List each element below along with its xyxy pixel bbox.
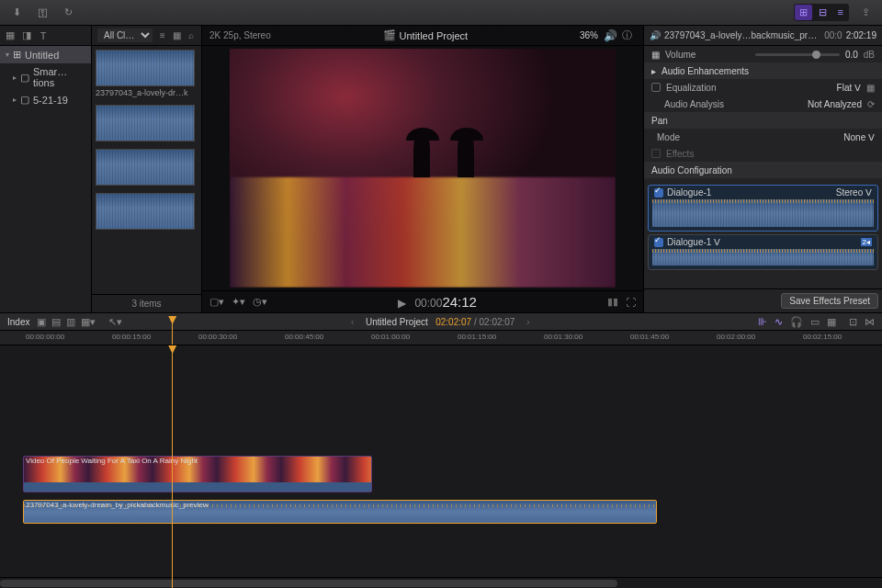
browser-header: All Cl… ≡ ▦ ⌕ — [92, 26, 201, 46]
dialogue-type-select[interactable]: Stereo ᐯ — [836, 187, 872, 198]
folder-icon: ▢ — [20, 72, 29, 84]
lib-icon-clips[interactable]: ▦ — [4, 28, 17, 44]
waveform-thumb — [96, 193, 195, 230]
tab-browser[interactable]: ⊞ — [795, 5, 812, 20]
fullscreen-icon[interactable]: ⛶ — [626, 297, 636, 308]
dialogue-name: Dialogue-1 ᐯ — [667, 237, 857, 247]
workspace: ▦ ◨ T ▾ ⊞ Untitled ▸ ▢ Smar…tions ▸ ▢ 5-… — [0, 26, 882, 312]
tl-audio-icon[interactable]: 🎧 — [790, 316, 803, 328]
next-icon[interactable]: › — [526, 317, 529, 327]
chevron-right-icon: ▸ — [13, 96, 17, 104]
timeline-ruler[interactable]: 00:00:00:0000:00:15:0000:00:30:0000:00:4… — [0, 331, 882, 345]
share-button[interactable]: ⇪ — [856, 5, 875, 21]
timeline-body[interactable]: Video Of People Waiting For A Taxi On A … — [0, 345, 882, 588]
volume-slider[interactable] — [755, 53, 840, 56]
index-button[interactable]: Index — [7, 317, 29, 327]
refresh-button[interactable]: ↻ — [59, 5, 77, 21]
tl-view-4[interactable]: ▦▾ — [81, 316, 96, 328]
zoom-level[interactable]: 36% — [580, 30, 598, 40]
timeline-scrollbar[interactable] — [0, 577, 882, 588]
transform-menu[interactable]: ✦▾ — [232, 296, 245, 308]
eq-editor-icon[interactable]: ▦ — [866, 83, 875, 93]
format-label: 2K 25p, Stereo — [209, 30, 271, 40]
lib-label: Untitled — [25, 50, 59, 61]
prev-icon[interactable]: ‹ — [351, 317, 354, 327]
lib-icon-media[interactable]: ◨ — [20, 28, 33, 44]
tab-inspector-mode[interactable]: ≡ — [833, 5, 848, 20]
playhead-line[interactable] — [172, 345, 173, 588]
viewer-canvas-wrap — [202, 46, 643, 290]
audio-clip[interactable]: 23797043_a-lovely-dream_by_pickabackmusi… — [23, 500, 657, 524]
ruler-tick: 00:01:00:00 — [371, 333, 410, 341]
folder-icon: ▢ — [20, 94, 29, 106]
lib-label: Smar…tions — [33, 66, 85, 88]
analysis-refresh-icon[interactable]: ⟳ — [867, 99, 875, 109]
volume-row: ▦ Volume 0.0 dB — [644, 46, 882, 62]
retime-menu[interactable]: ◷▾ — [253, 296, 267, 308]
viewer-settings-icon[interactable]: ⓘ — [617, 28, 636, 44]
skimmer-icon[interactable]: ▮▮ — [607, 296, 618, 308]
lib-item-date[interactable]: ▸ ▢ 5-21-19 — [0, 91, 91, 108]
dialogue-checkbox[interactable] — [654, 238, 663, 247]
dialogue-waveform — [652, 199, 874, 227]
tl-skim-icon[interactable]: ∿ — [775, 316, 783, 328]
tl-snap-icon[interactable]: ⊪ — [758, 316, 767, 328]
eq-row: Equalization Flat ᐯ ▦ — [644, 79, 882, 96]
clip-thumbnail[interactable] — [96, 105, 198, 141]
tl-view-2[interactable]: ▤ — [51, 316, 61, 328]
viewer-title: Untitled Project — [400, 30, 469, 41]
volume-icon[interactable]: 🔊 — [604, 29, 617, 42]
search-icon[interactable]: ⌕ — [187, 28, 196, 44]
clip-thumbnail[interactable] — [96, 149, 198, 186]
waveform-thumb — [96, 105, 195, 141]
lib-item-untitled[interactable]: ▾ ⊞ Untitled — [0, 46, 91, 63]
umbrella — [450, 128, 483, 141]
enhance-header[interactable]: ▸ Audio Enhancements — [644, 62, 882, 79]
keyword-button[interactable]: ⚿ — [33, 5, 51, 21]
tl-tool-2[interactable]: ⋈ — [865, 316, 875, 328]
view-menu[interactable]: ▢▾ — [209, 296, 224, 308]
playhead[interactable] — [172, 316, 173, 345]
viewer-header: 2K 25p, Stereo 🎬 Untitled Project 36% 🔊 … — [202, 26, 643, 46]
lib-icon-titles[interactable]: T — [37, 28, 50, 44]
viewer-footer: ▢▾ ✦▾ ◷▾ ▶ 00:0024:12 ▮▮ ⛶ — [202, 290, 643, 312]
clip-thumbnail[interactable]: 23797043_a-lovely-dr…k — [96, 50, 198, 97]
timeline-title-area: ‹ Untitled Project 02:02:07 / 02:02:07 › — [130, 317, 751, 327]
timeline-header: Index ▣ ▤ ▥ ▦▾ ↖▾ ‹ Untitled Project 02:… — [0, 312, 882, 331]
audio-tab-icon[interactable]: 🔊 — [650, 30, 661, 40]
tl-tool-1[interactable]: ⊡ — [849, 316, 857, 328]
eq-value[interactable]: Flat ᐯ — [837, 83, 861, 93]
play-icon[interactable]: ▶ — [398, 297, 406, 310]
tl-render-icon[interactable]: ▦ — [827, 316, 836, 328]
mode-label: Mode — [651, 132, 838, 142]
tl-solo-icon[interactable]: ▭ — [810, 316, 820, 328]
video-canvas[interactable] — [230, 49, 616, 288]
effects-row[interactable]: Effects — [644, 145, 882, 162]
lib-item-smart[interactable]: ▸ ▢ Smar…tions — [0, 63, 91, 91]
clip-thumbnail[interactable] — [96, 193, 198, 230]
config-header[interactable]: Audio Configuration — [644, 162, 882, 178]
browser-item-count: 3 items — [92, 294, 201, 312]
mode-value[interactable]: None ᐯ — [843, 132, 875, 142]
ruler-tick: 00:00:30:00 — [198, 333, 237, 341]
video-clip[interactable]: Video Of People Waiting For A Taxi On A … — [23, 456, 372, 492]
timeline-view-icons: ▣ ▤ ▥ ▦▾ ↖▾ — [37, 316, 122, 328]
list-view-icon[interactable]: ≡ — [158, 28, 167, 44]
import-button[interactable]: ⬇ — [7, 5, 26, 21]
tl-view-3[interactable]: ▥ — [66, 316, 75, 328]
dialogue-checkbox[interactable] — [654, 188, 663, 198]
tab-timeline-mode[interactable]: ⊟ — [814, 5, 831, 20]
dialogue-channel-1[interactable]: Dialogue-1 Stereo ᐯ — [648, 185, 878, 232]
eq-checkbox[interactable] — [651, 83, 661, 92]
analysis-value: Not Analyzed — [808, 99, 862, 109]
browser-filter-select[interactable]: All Cl… — [97, 28, 153, 42]
effects-checkbox[interactable] — [651, 149, 661, 158]
save-preset-button[interactable]: Save Effects Preset — [781, 293, 878, 309]
grid-view-icon[interactable]: ▦ — [173, 28, 182, 44]
scrollbar-thumb[interactable] — [0, 580, 617, 587]
pan-header[interactable]: Pan — [644, 112, 882, 129]
workspace-tabs[interactable]: ⊞ ⊟ ≡ — [794, 4, 849, 21]
tl-view-1[interactable]: ▣ — [37, 316, 46, 328]
dialogue-channel-2[interactable]: Dialogue-1 ᐯ 2◂ — [648, 234, 878, 270]
pointer-tool[interactable]: ↖▾ — [108, 316, 122, 328]
